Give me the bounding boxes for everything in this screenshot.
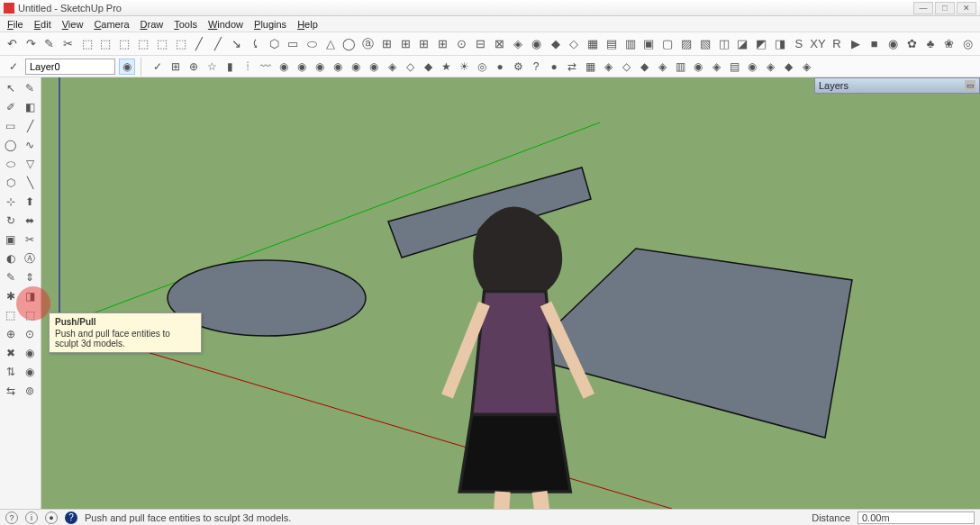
- top-tool-6[interactable]: ⬚: [116, 35, 133, 53]
- mid-tool-20[interactable]: ⚙: [510, 59, 526, 75]
- menu-camera[interactable]: Camera: [88, 18, 134, 31]
- top-tool-37[interactable]: ▧: [696, 35, 713, 53]
- top-tool-0[interactable]: ↶: [4, 35, 21, 53]
- mid-tool-7[interactable]: ◉: [276, 59, 292, 75]
- mid-tool-24[interactable]: ▦: [582, 59, 598, 75]
- top-tool-29[interactable]: ◆: [547, 35, 564, 53]
- mid-tool-19[interactable]: ●: [492, 59, 508, 75]
- left-tool-5-1[interactable]: ╲: [22, 174, 40, 192]
- status-icon-2[interactable]: i: [25, 511, 38, 524]
- top-tool-10[interactable]: ╱: [191, 35, 208, 53]
- layers-panel[interactable]: Layers ▭: [814, 77, 980, 94]
- menu-help[interactable]: Help: [292, 18, 323, 31]
- left-tool-3-1[interactable]: ∿: [22, 136, 40, 154]
- left-tool-7-0[interactable]: ↻: [2, 212, 20, 230]
- mid-tool-33[interactable]: ◉: [744, 59, 760, 75]
- left-tool-9-1[interactable]: Ⓐ: [22, 249, 40, 267]
- top-tool-45[interactable]: ▶: [847, 35, 864, 53]
- top-tool-24[interactable]: ⊙: [453, 35, 470, 53]
- left-tool-0-0[interactable]: ↖: [2, 79, 20, 97]
- top-tool-32[interactable]: ▤: [603, 35, 621, 53]
- left-tool-9-0[interactable]: ◐: [2, 249, 20, 267]
- maximize-button[interactable]: □: [935, 2, 955, 14]
- top-tool-20[interactable]: ⊞: [378, 35, 395, 53]
- top-tool-44[interactable]: R: [829, 35, 846, 53]
- left-tool-4-0[interactable]: ⬭: [2, 155, 20, 173]
- menu-file[interactable]: File: [2, 18, 29, 31]
- left-tool-5-0[interactable]: ⬡: [2, 174, 20, 192]
- top-tool-49[interactable]: ♣: [922, 35, 939, 53]
- top-tool-38[interactable]: ◫: [715, 35, 732, 53]
- top-tool-35[interactable]: ▢: [659, 35, 676, 53]
- mid-tool-34[interactable]: ◈: [762, 59, 778, 75]
- top-tool-26[interactable]: ⊠: [491, 35, 508, 53]
- mid-tool-11[interactable]: ◉: [348, 59, 364, 75]
- mid-tool-25[interactable]: ◈: [600, 59, 616, 75]
- mid-tool-6[interactable]: 〰: [258, 59, 274, 75]
- top-tool-51[interactable]: ◎: [959, 35, 976, 53]
- top-tool-48[interactable]: ✿: [903, 35, 921, 53]
- top-tool-28[interactable]: ◉: [528, 35, 545, 53]
- left-tool-0-1[interactable]: ✎: [22, 79, 40, 97]
- top-tool-7[interactable]: ⬚: [135, 35, 152, 53]
- mid-tool-27[interactable]: ◆: [636, 59, 652, 75]
- left-tool-8-1[interactable]: ✂: [22, 231, 40, 249]
- globe-icon[interactable]: ◉: [119, 59, 135, 75]
- left-tool-13-0[interactable]: ⊕: [2, 325, 20, 343]
- top-tool-11[interactable]: ╱: [210, 35, 227, 53]
- mid-tool-5[interactable]: ⦙: [240, 59, 256, 75]
- top-tool-30[interactable]: ◇: [566, 35, 583, 53]
- top-tool-17[interactable]: △: [322, 35, 340, 53]
- top-tool-41[interactable]: ◨: [772, 35, 789, 53]
- mid-tool-35[interactable]: ◆: [780, 59, 796, 75]
- left-tool-2-1[interactable]: ╱: [22, 117, 40, 135]
- top-tool-40[interactable]: ◩: [753, 35, 770, 53]
- mid-tool-3[interactable]: ☆: [204, 59, 220, 75]
- left-tool-3-0[interactable]: ◯: [2, 136, 20, 154]
- top-tool-14[interactable]: ⬡: [266, 35, 283, 53]
- distance-input[interactable]: 0.00m: [858, 511, 975, 524]
- top-tool-50[interactable]: ❀: [940, 35, 957, 53]
- mid-tool-22[interactable]: ●: [546, 59, 562, 75]
- top-tool-43[interactable]: XY: [809, 35, 826, 53]
- top-tool-18[interactable]: ◯: [340, 35, 358, 53]
- top-tool-9[interactable]: ⬚: [172, 35, 189, 53]
- menu-plugins[interactable]: Plugins: [249, 18, 292, 31]
- mid-tool-26[interactable]: ◇: [618, 59, 634, 75]
- mid-tool-23[interactable]: ⇄: [564, 59, 580, 75]
- left-tool-4-1[interactable]: ▽: [22, 155, 40, 173]
- top-tool-39[interactable]: ◪: [734, 35, 751, 53]
- mid-tool-31[interactable]: ◈: [708, 59, 724, 75]
- top-tool-5[interactable]: ⬚: [97, 35, 114, 53]
- mid-tool-4[interactable]: ▮: [222, 59, 238, 75]
- mid-tool-21[interactable]: ?: [528, 59, 544, 75]
- mid-tool-32[interactable]: ▤: [726, 59, 742, 75]
- mid-tool-29[interactable]: ▥: [672, 59, 688, 75]
- top-tool-34[interactable]: ▣: [640, 35, 658, 53]
- mid-tool-28[interactable]: ◈: [654, 59, 670, 75]
- top-tool-15[interactable]: ▭: [285, 35, 302, 53]
- top-tool-25[interactable]: ⊟: [472, 35, 489, 53]
- status-icon-3[interactable]: ●: [45, 511, 58, 524]
- left-tool-15-1[interactable]: ◉: [22, 363, 40, 381]
- mid-tool-16[interactable]: ★: [438, 59, 454, 75]
- top-tool-23[interactable]: ⊞: [434, 35, 451, 53]
- menu-window[interactable]: Window: [203, 18, 249, 31]
- viewport[interactable]: Layers ▭: [41, 77, 980, 509]
- top-tool-16[interactable]: ⬭: [304, 35, 321, 53]
- mid-tool-13[interactable]: ◈: [384, 59, 400, 75]
- mid-tool-14[interactable]: ◇: [402, 59, 418, 75]
- mid-tool-12[interactable]: ◉: [366, 59, 382, 75]
- layers-panel-close[interactable]: ▭: [965, 80, 975, 91]
- mid-tool-30[interactable]: ◉: [690, 59, 706, 75]
- left-tool-14-0[interactable]: ✖: [2, 344, 20, 362]
- status-icon-1[interactable]: ?: [5, 511, 18, 524]
- top-tool-4[interactable]: ⬚: [78, 35, 95, 53]
- mid-tool-10[interactable]: ◉: [330, 59, 346, 75]
- menu-tools[interactable]: Tools: [168, 18, 203, 31]
- mid-tool-36[interactable]: ◈: [798, 59, 814, 75]
- mid-tool-0[interactable]: ✓: [150, 59, 166, 75]
- top-tool-13[interactable]: ⤹: [247, 35, 264, 53]
- left-tool-6-1[interactable]: ⬆: [22, 193, 40, 211]
- top-tool-46[interactable]: ■: [866, 35, 883, 53]
